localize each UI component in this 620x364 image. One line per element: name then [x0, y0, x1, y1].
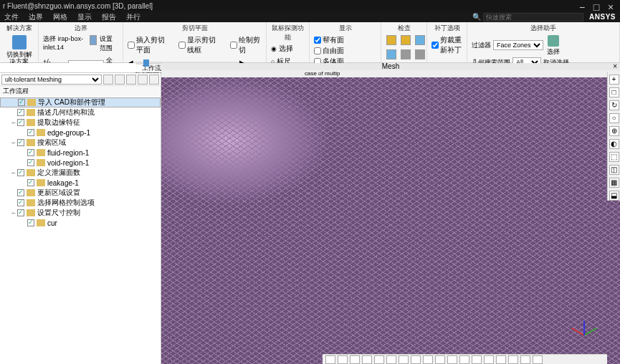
select-label: 选择 irap-box-inlet.14 — [43, 34, 87, 53]
right-tool-4[interactable]: ⊕ — [609, 126, 619, 136]
window-title: r Fluent@shnzguo.win.ansys.com [3D, para… — [3, 2, 574, 10]
ribbon-group-boundary: 边界 — [43, 24, 118, 33]
draw-clip-check[interactable]: 绘制剪切 — [230, 35, 262, 55]
bottom-tool-10[interactable] — [447, 355, 457, 364]
wf-icon-2[interactable] — [115, 75, 125, 85]
right-tool-5[interactable]: ◐ — [609, 139, 619, 149]
switch-solution-button[interactable]: 切换到解决方案 — [4, 34, 34, 66]
right-tool-8[interactable]: ▦ — [609, 178, 619, 188]
tree-node-12[interactable]: cur — [0, 218, 161, 228]
brand-logo: ANSYS — [589, 13, 616, 21]
bottom-tool-11[interactable] — [459, 355, 469, 364]
tree-node-9[interactable]: 更新区域设置 — [0, 188, 161, 198]
ribbon-group-clip: 剪切平面 — [128, 24, 262, 33]
bottom-tool-2[interactable] — [350, 355, 360, 364]
ribbon-group-patch: 补丁选项 — [431, 24, 462, 33]
patch-check[interactable]: 剪裁重新补丁 — [431, 35, 462, 55]
ribbon-group-probe: 鼠标探测功能 — [271, 24, 305, 42]
bottom-tool-4[interactable] — [374, 355, 384, 364]
workflow-select[interactable]: ult-tolerant Meshing — [1, 75, 102, 85]
ribbon-group-selhelper: 选择助手 — [472, 24, 615, 33]
bottom-tool-6[interactable] — [399, 355, 409, 364]
tree-node-4[interactable]: −搜索区域 — [0, 138, 161, 148]
filter-label: 过滤器 — [472, 41, 491, 50]
filter-select[interactable]: Face Zones — [493, 40, 543, 50]
view-title: Mesh — [382, 62, 399, 70]
bottom-tool-7[interactable] — [411, 355, 421, 364]
check-icon-6[interactable] — [415, 49, 425, 59]
disp-c1[interactable]: 帮有面 — [314, 35, 344, 45]
wf-icon-1[interactable] — [103, 75, 113, 85]
view-subtitle: case of multip — [161, 70, 620, 77]
disp-c3[interactable]: 自由面 — [314, 46, 344, 56]
menu-parallel[interactable]: 并行 — [126, 12, 140, 22]
wf-icon-3[interactable] — [126, 75, 136, 85]
wf-icon-5[interactable] — [149, 75, 159, 85]
right-tool-1[interactable]: □ — [609, 87, 619, 97]
select-button[interactable]: 选择 — [545, 34, 561, 56]
bottom-tool-5[interactable] — [386, 355, 396, 364]
bottom-tool-15[interactable] — [508, 355, 518, 364]
bottom-tool-17[interactable] — [533, 355, 543, 364]
tree-node-3[interactable]: edge-group-1 — [0, 128, 161, 138]
show-clip-wire-check[interactable]: 显示剪切线框 — [178, 35, 222, 55]
ribbon-group-check: 检查 — [386, 24, 422, 33]
quick-search-input[interactable] — [483, 13, 583, 21]
right-tool-9[interactable]: ⬓ — [609, 191, 619, 201]
menu-mesh[interactable]: 网格 — [53, 12, 67, 22]
menu-file[interactable]: 文件 — [4, 12, 19, 22]
tree-node-10[interactable]: 选择网格控制选项 — [0, 198, 161, 208]
right-tool-3[interactable]: ○ — [609, 113, 619, 123]
bottom-tool-8[interactable] — [423, 355, 433, 364]
tree-node-7[interactable]: −定义泄漏面数 — [0, 168, 161, 178]
search-icon: 🔍 — [472, 13, 481, 21]
set-range-icon[interactable] — [90, 35, 97, 45]
bottom-tool-0[interactable] — [325, 355, 335, 364]
tree-node-5[interactable]: fluid-region-1 — [0, 148, 161, 158]
close-button[interactable]: × — [604, 1, 617, 10]
bottom-tool-13[interactable] — [484, 355, 494, 364]
bottom-tool-14[interactable] — [496, 355, 506, 364]
tree-node-2[interactable]: −提取边缘特征 — [0, 118, 161, 128]
tree-node-6[interactable]: void-region-1 — [0, 158, 161, 168]
ribbon-group-solution: 解决方案 — [4, 24, 34, 33]
right-tool-2[interactable]: ↻ — [609, 100, 619, 110]
view-title-bar: Mesh × — [161, 63, 620, 70]
check-icon-5[interactable] — [401, 49, 411, 59]
menu-report[interactable]: 报告 — [102, 12, 116, 22]
right-tool-0[interactable]: + — [609, 75, 619, 85]
set-range-label: 设置范围 — [100, 34, 118, 53]
right-tool-7[interactable]: ◫ — [609, 165, 619, 175]
bottom-tool-12[interactable] — [472, 355, 482, 364]
bottom-tool-9[interactable] — [435, 355, 445, 364]
insert-clip-check[interactable]: 插入剪切平面 — [128, 35, 171, 55]
check-icon-4[interactable] — [386, 49, 396, 59]
check-icon-2[interactable] — [401, 35, 411, 45]
maximize-button[interactable]: □ — [590, 1, 603, 10]
bottom-tool-1[interactable] — [338, 355, 348, 364]
right-tool-6[interactable]: ⬚ — [609, 152, 619, 162]
bottom-tool-16[interactable] — [520, 355, 530, 364]
ribbon-group-display: 显示 — [314, 24, 376, 33]
check-icon-3[interactable] — [415, 35, 425, 45]
bottom-tool-3[interactable] — [362, 355, 372, 364]
menu-boundary[interactable]: 边界 — [29, 12, 43, 22]
tree-node-0[interactable]: 导入 CAD和部件管理 — [0, 97, 161, 107]
probe-select-radio[interactable]: ◉ 选择 — [271, 44, 293, 54]
tree-node-8[interactable]: leakage-1 — [0, 178, 161, 188]
axis-triad[interactable] — [570, 314, 598, 343]
view-close-button[interactable]: × — [613, 63, 617, 70]
menu-display[interactable]: 显示 — [77, 12, 92, 22]
tree-node-11[interactable]: −设置尺寸控制 — [0, 208, 161, 218]
tree-node-1[interactable]: 描述几何结构和流 — [0, 107, 161, 118]
check-icon-1[interactable] — [386, 35, 396, 45]
minimize-button[interactable]: − — [576, 1, 588, 10]
workflow-title: 工作流程 — [0, 86, 161, 96]
mesh-canvas[interactable] — [161, 77, 620, 364]
wf-icon-4[interactable] — [138, 75, 148, 85]
